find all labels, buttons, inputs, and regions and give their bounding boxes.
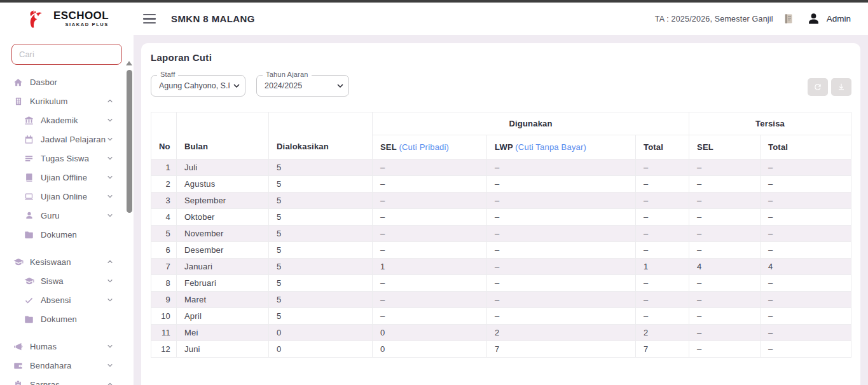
table-cell: 2: [636, 325, 689, 341]
sidebar-item-kurikulum[interactable]: Kurikulum: [0, 91, 134, 111]
sidebar-item-tugas-siswa[interactable]: Tugas Siswa: [0, 149, 134, 168]
sidebar-item-kesiswaan[interactable]: Kesiswaan: [0, 252, 134, 271]
sidebar-item-ujian-offline[interactable]: Ujian Offline: [0, 168, 134, 187]
sidebar-item-label: Bendahara: [30, 361, 71, 370]
chevron-down-icon: [107, 117, 113, 123]
scrollbar-thumb[interactable]: [127, 70, 132, 213]
table-cell: Agustus: [177, 176, 269, 192]
tahun-ajaran-select-label: Tahun Ajaran: [263, 71, 312, 78]
table-cell: –: [487, 275, 636, 292]
group-header-digunakan: Digunakan: [373, 112, 689, 135]
brand-name: ESCHOOL: [53, 10, 109, 21]
column-header-total-tersisa: Total: [761, 135, 851, 159]
sidebar-item-akademik[interactable]: Akademik: [0, 111, 134, 130]
card-actions: [808, 78, 851, 96]
table-cell: –: [636, 226, 689, 242]
refresh-button[interactable]: [808, 78, 828, 96]
chevron-down-icon: [107, 212, 113, 219]
table-cell: –: [487, 226, 636, 242]
user-name[interactable]: Admin: [827, 14, 851, 24]
table-cell: –: [689, 308, 761, 325]
chevron-up-icon: [107, 259, 113, 265]
table-cell: Januari: [177, 259, 269, 275]
sidebar-item-dasbor[interactable]: Dasbor: [0, 72, 134, 91]
tahun-ajaran-select[interactable]: Tahun Ajaran 2024/2025: [256, 75, 349, 97]
sidebar-item-label: Dasbor: [30, 78, 57, 87]
table-cell: –: [689, 159, 761, 176]
table-cell: –: [636, 308, 689, 325]
table-cell: September: [177, 192, 269, 209]
bank-icon: [24, 116, 34, 125]
table-cell: –: [761, 242, 851, 259]
sidebar-item-label: Ujian Online: [41, 192, 87, 201]
sidebar-item-label: Jadwal Pelajaran: [41, 135, 106, 144]
chevron-down-icon: [233, 82, 240, 91]
table-cell: 4: [151, 209, 177, 226]
table-cell: 5: [269, 176, 373, 192]
table-cell: 2: [487, 325, 636, 341]
table-cell: 5: [269, 275, 373, 292]
sidebar-item-siswa[interactable]: Siswa: [0, 271, 134, 290]
table-cell: –: [373, 242, 487, 259]
table-cell: –: [761, 176, 851, 192]
table-cell: –: [636, 192, 689, 209]
table-row: 5November5–––––: [151, 226, 851, 242]
sidebar-scrollbar[interactable]: [126, 61, 132, 213]
term-label: TA : 2025/2026, Semester Ganjil: [655, 15, 773, 24]
table-cell: 5: [269, 292, 373, 308]
chevron-down-icon: [107, 297, 113, 303]
brand-logo[interactable]: ESCHOOL SIAKAD PLUS: [0, 3, 134, 35]
hamburger-menu-icon[interactable]: [143, 14, 156, 24]
sidebar-item-dokumen[interactable]: Dokumen: [0, 225, 134, 244]
sidebar-item-sarpras[interactable]: Sarpras: [0, 375, 134, 385]
scroll-up-arrow-icon[interactable]: [126, 61, 132, 65]
table-cell: Oktober: [177, 209, 269, 226]
wallet-icon: [13, 361, 24, 370]
folder-icon: [24, 314, 34, 324]
table-row: 1Juli5–––––: [151, 159, 851, 176]
sidebar-item-dokumen[interactable]: Dokumen: [0, 309, 134, 328]
staff-select-value: Agung Cahyono, S.Pd., (: [159, 81, 230, 90]
chevron-down-icon: [107, 174, 113, 180]
table-cell: –: [636, 159, 689, 176]
table-row: 10April5–––––: [151, 308, 851, 325]
sidebar-item-ujian-online[interactable]: Ujian Online: [0, 187, 134, 206]
table-cell: 10: [151, 308, 177, 325]
download-button[interactable]: [831, 78, 851, 96]
table-cell: 6: [151, 242, 177, 259]
sidebar-item-absensi[interactable]: Absensi: [0, 290, 134, 309]
table-cell: –: [761, 226, 851, 242]
table-cell: –: [689, 192, 761, 209]
sidebar-item-label: Akademik: [41, 116, 78, 125]
sidebar-item-guru[interactable]: Guru: [0, 206, 134, 225]
staff-select[interactable]: Staff Agung Cahyono, S.Pd., (: [151, 75, 245, 97]
table-cell: –: [373, 176, 487, 192]
sidebar-item-humas[interactable]: Humas: [0, 337, 134, 356]
table-cell: –: [487, 176, 636, 192]
table-cell: 0: [373, 341, 487, 358]
table-cell: 0: [269, 325, 373, 341]
table-cell: 0: [269, 341, 373, 358]
sidebar-item-label: Sarpras: [30, 380, 60, 385]
search-input[interactable]: [11, 44, 122, 65]
table-cell: 8: [151, 275, 177, 292]
table-cell: 4: [761, 259, 851, 275]
table-cell: Juni: [177, 341, 269, 358]
table-cell: 7: [151, 259, 177, 275]
sidebar-item-jadwal-pelajaran[interactable]: Jadwal Pelajaran: [0, 130, 134, 149]
table-cell: –: [487, 242, 636, 259]
staff-select-label: Staff: [157, 71, 178, 78]
chevron-down-icon: [336, 82, 344, 91]
table-row: 3September5–––––: [151, 192, 851, 209]
chevron-down-icon: [107, 193, 113, 199]
table-cell: 1: [151, 159, 177, 176]
table-row: 8Februari5–––––: [151, 275, 851, 292]
sidebar-item-bendahara[interactable]: Bendahara: [0, 356, 134, 375]
table-cell: –: [636, 275, 689, 292]
journal-icon[interactable]: [783, 13, 794, 24]
table-cell: –: [689, 242, 761, 259]
table-cell: –: [636, 242, 689, 259]
user-avatar-icon[interactable]: [807, 12, 820, 25]
leave-table-body: 1Juli5–––––2Agustus5–––––3September5––––…: [151, 159, 851, 358]
folder-icon: [24, 230, 34, 240]
